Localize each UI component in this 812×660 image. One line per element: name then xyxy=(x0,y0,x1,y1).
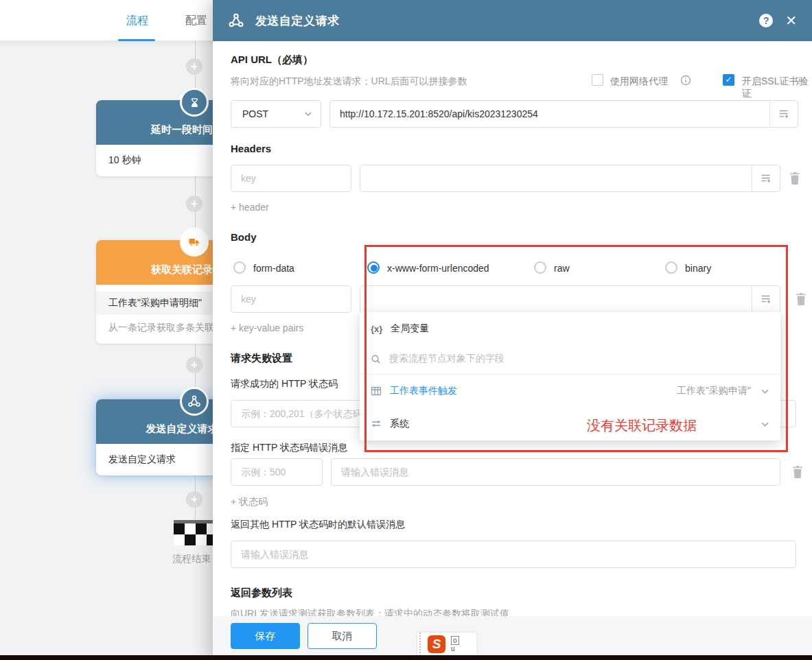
add-node-button[interactable]: + xyxy=(186,58,202,75)
trigger-node-item[interactable]: 工作表事件触发 工作表"采购申请" xyxy=(360,375,780,408)
header-key-input[interactable] xyxy=(231,165,351,192)
cancel-button[interactable]: 取消 xyxy=(308,623,377,649)
tab-flow-underline xyxy=(118,39,155,41)
search-icon xyxy=(371,354,381,364)
http-method-value: POST xyxy=(242,108,268,119)
delete-code-icon[interactable] xyxy=(791,464,804,480)
add-node-button[interactable]: + xyxy=(186,196,202,212)
global-variable-label: 全局变量 xyxy=(391,322,429,335)
add-node-button[interactable]: + xyxy=(186,491,202,508)
ime-mode-top: o xyxy=(451,636,459,645)
chevron-down-icon[interactable] xyxy=(761,420,769,429)
radio-form-data-label[interactable]: form-data xyxy=(253,263,294,274)
dialog-header: 发送自定义请求 ? ✕ xyxy=(213,0,812,41)
chevron-down-icon xyxy=(304,110,312,118)
body-label: Body xyxy=(231,231,257,243)
insert-field-icon[interactable] xyxy=(769,101,798,127)
error-code-input[interactable] xyxy=(231,458,323,486)
insert-field-icon[interactable] xyxy=(752,286,780,312)
ime-drag-handle[interactable] xyxy=(419,633,425,656)
dialog-footer: 保存 取消 xyxy=(213,616,812,656)
error-code-label: 指定 HTTP 状态码错误消息 xyxy=(231,442,347,454)
delete-pair-icon[interactable] xyxy=(794,292,808,307)
body-key-input[interactable] xyxy=(231,285,351,313)
system-node-item[interactable]: 系统 xyxy=(360,408,780,440)
save-button[interactable]: 保存 xyxy=(231,623,300,649)
body-value-group xyxy=(360,285,780,313)
add-key-value-link[interactable]: + key-value pairs xyxy=(231,322,303,333)
radio-raw[interactable] xyxy=(534,261,546,274)
radio-form-data[interactable] xyxy=(233,261,246,274)
error-msg-input[interactable] xyxy=(331,458,780,486)
ime-toolbar[interactable]: S o u xyxy=(417,633,476,656)
help-icon[interactable]: ? xyxy=(759,14,773,27)
close-icon[interactable]: ✕ xyxy=(785,14,797,27)
radio-x-www-form-urlencoded-label[interactable]: x-www-form-urlencoded xyxy=(387,263,489,274)
webhook-icon xyxy=(180,387,209,416)
ssl-checkbox-label: 开启SSL证书验证 xyxy=(742,75,812,100)
tab-config[interactable]: 配置 xyxy=(177,0,216,41)
ime-mode-bottom: u xyxy=(451,645,459,652)
system-node-label: 系统 xyxy=(390,418,409,430)
insert-field-icon[interactable] xyxy=(752,165,780,191)
annotation-text: 没有关联记录数据 xyxy=(587,416,697,435)
trigger-node-value: 工作表"采购申请" xyxy=(677,385,751,397)
chevron-down-icon[interactable] xyxy=(761,387,769,396)
webhook-icon xyxy=(228,12,244,29)
success-code-label: 请求成功的 HTTP 状态码 xyxy=(231,378,338,390)
radio-raw-label[interactable]: raw xyxy=(554,263,570,274)
field-search-placeholder: 搜索流程节点对象下的字段 xyxy=(389,353,504,365)
info-icon[interactable] xyxy=(680,75,691,86)
http-method-select[interactable]: POST xyxy=(231,100,321,128)
trigger-node-label: 工作表事件触发 xyxy=(390,385,457,397)
default-error-label: 返回其他 HTTP 状态码时的默认错误消息 xyxy=(231,519,405,531)
global-variable-item[interactable]: {x} 全局变量 xyxy=(360,314,780,344)
fail-section-label: 请求失败设置 xyxy=(231,352,292,365)
proxy-checkbox-label: 使用网络代理 xyxy=(610,75,668,88)
api-url-input[interactable] xyxy=(330,101,769,127)
dialog-title: 发送自定义请求 xyxy=(255,13,340,29)
header-value-group xyxy=(360,165,780,192)
proxy-checkbox[interactable] xyxy=(592,74,603,86)
send-custom-request-dialog: 发送自定义请求 ? ✕ API URL（必填） 将向对应的HTTP地址发送请求；… xyxy=(213,0,812,660)
radio-binary[interactable] xyxy=(665,261,677,274)
truck-icon xyxy=(180,228,209,257)
flow-end-flag xyxy=(174,520,215,545)
api-url-desc: 将向对应的HTTP地址发送请求；URL后面可以拼接参数 xyxy=(231,75,467,88)
ssl-checkbox[interactable]: ✓ xyxy=(723,74,734,86)
api-url-field-group xyxy=(329,100,798,128)
flow-end-label: 流程结束 xyxy=(172,553,211,565)
api-url-label: API URL（必填） xyxy=(231,54,313,67)
default-error-input[interactable] xyxy=(231,541,796,568)
hourglass-icon xyxy=(180,88,209,117)
ime-logo-icon: S xyxy=(428,635,445,653)
tab-flow[interactable]: 流程 xyxy=(118,0,156,41)
variable-icon: {x} xyxy=(371,324,382,334)
headers-label: Headers xyxy=(231,143,271,154)
add-header-link[interactable]: + header xyxy=(231,202,269,213)
screen-bottom-edge xyxy=(0,655,812,660)
add-node-button[interactable]: + xyxy=(186,357,202,373)
header-value-input[interactable] xyxy=(360,165,752,191)
field-search-input[interactable]: 搜索流程节点对象下的字段 xyxy=(360,344,780,374)
result-section-label: 返回参数列表 xyxy=(231,587,292,600)
radio-binary-label[interactable]: binary xyxy=(685,263,711,274)
body-value-input[interactable] xyxy=(360,286,752,312)
worksheet-icon xyxy=(371,386,382,397)
radio-x-www-form-urlencoded[interactable] xyxy=(367,261,380,274)
field-picker-dropdown: {x} 全局变量 搜索流程节点对象下的字段 工作表事件触发 工作表"采购申请" … xyxy=(360,312,780,440)
delete-header-icon[interactable] xyxy=(788,171,802,186)
sliders-icon xyxy=(371,419,382,429)
add-status-code-link[interactable]: + 状态码 xyxy=(231,496,268,508)
